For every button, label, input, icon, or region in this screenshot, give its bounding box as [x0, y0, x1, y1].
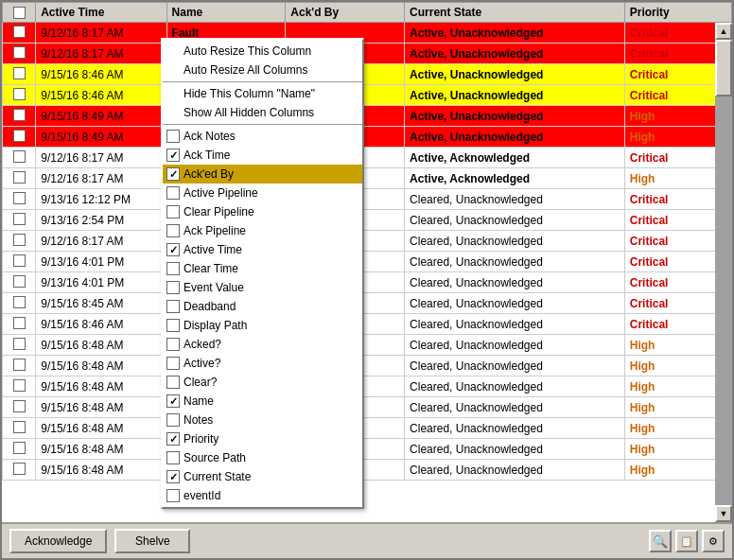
table-row[interactable]: 9/15/16 8:48 AM Low Alarm 2 Cleared, Una… [3, 460, 732, 481]
row-checkbox[interactable] [3, 252, 36, 272]
menu-item[interactable]: Active Pipeline [163, 184, 362, 202]
menu-item[interactable]: Clear? [163, 373, 362, 392]
row-current-state: Active, Acknowledged [405, 148, 625, 168]
row-active-time: 9/15/16 8:48 AM [36, 397, 166, 418]
row-checkbox[interactable] [3, 85, 36, 106]
menu-item[interactable]: Auto Resize All Columns [163, 61, 362, 79]
row-checkbox[interactable] [3, 231, 36, 252]
row-current-state: Cleared, Unacknowledged [405, 314, 625, 335]
row-checkbox[interactable] [3, 106, 36, 127]
menu-item[interactable]: Clear Time [163, 259, 362, 278]
table-row[interactable]: 9/15/16 8:48 AM Low Alarm 2 Cleared, Una… [3, 356, 732, 376]
menu-item[interactable]: Priority [163, 429, 362, 448]
table-row[interactable]: 9/15/16 8:49 AM Low Alarm 2 Active, Unac… [3, 106, 732, 127]
row-active-time: 9/12/16 8:17 AM [36, 23, 166, 44]
table-row[interactable]: 9/15/16 8:48 AM Low Alarm 1 Cleared, Una… [3, 439, 732, 460]
menu-item[interactable]: Show All Hidden Columns [163, 103, 362, 122]
col-checkbox[interactable] [3, 3, 36, 23]
row-active-time: 9/15/16 8:48 AM [36, 418, 166, 439]
export-icon-button[interactable]: 📋 [675, 530, 698, 552]
menu-item-label: Auto Resize This Column [184, 44, 311, 58]
row-checkbox[interactable] [3, 335, 36, 356]
table-row[interactable]: 9/15/16 8:48 AM Low Alarm 2 Cleared, Una… [3, 335, 732, 356]
row-active-time: 9/13/16 4:01 PM [36, 252, 166, 272]
row-checkbox[interactable] [3, 314, 36, 335]
scroll-thumb[interactable] [715, 40, 732, 96]
scroll-down-arrow[interactable]: ▼ [715, 505, 732, 522]
menu-item[interactable]: Ack Notes [163, 127, 362, 146]
table-row[interactable]: 9/13/16 4:01 PM High Alarm Cleared, Unac… [3, 272, 732, 293]
menu-item[interactable]: Display Path [163, 316, 362, 335]
col-name[interactable]: Name [166, 3, 286, 23]
table-row[interactable]: 9/15/16 8:46 AM High Alarm Active, Unack… [3, 64, 732, 85]
menu-item[interactable]: Source Path [163, 448, 362, 467]
row-checkbox[interactable] [3, 44, 36, 64]
menu-item[interactable]: Ack Time [163, 146, 362, 165]
scroll-track[interactable] [715, 40, 732, 505]
table-row[interactable]: 9/12/16 8:17 AM Low Alarm Cleared, Unack… [3, 231, 732, 252]
search-icon-button[interactable]: 🔍 [649, 530, 672, 552]
table-row[interactable]: 9/15/16 8:48 AM Low Alarm 1 Cleared, Una… [3, 418, 732, 439]
table-row[interactable]: 9/15/16 8:46 AM High Alarm Active, Unack… [3, 85, 732, 106]
col-priority[interactable]: Priority [624, 3, 731, 23]
shelve-button[interactable]: Shelve [114, 529, 190, 553]
menu-item[interactable]: Notes [163, 411, 362, 429]
menu-item-checkbox [166, 186, 180, 200]
menu-item-label: Clear Pipeline [184, 205, 254, 219]
row-checkbox[interactable] [3, 272, 36, 293]
settings-icon-button[interactable]: ⚙ [702, 530, 725, 552]
row-checkbox[interactable] [3, 148, 36, 168]
col-ackd-by[interactable]: Ack'd By [286, 3, 405, 23]
acknowledge-button[interactable]: Acknowledge [9, 529, 107, 553]
row-checkbox[interactable] [3, 189, 36, 210]
table-row[interactable]: 9/15/16 8:49 AM Low Alarm 1 Active, Unac… [3, 127, 732, 148]
table-row[interactable]: 9/12/16 8:17 AM High Alarm Active, Ackno… [3, 148, 732, 168]
menu-item[interactable]: Auto Resize This Column [163, 42, 362, 61]
menu-item[interactable]: Clear Pipeline [163, 202, 362, 221]
menu-item[interactable]: Ack Pipeline [163, 221, 362, 240]
col-current-state[interactable]: Current State [405, 3, 625, 23]
row-checkbox[interactable] [3, 127, 36, 148]
menu-item[interactable]: Acked? [163, 335, 362, 354]
menu-item[interactable]: Name [163, 392, 362, 411]
col-active-time[interactable]: Active Time [36, 3, 166, 23]
table-row[interactable]: 9/12/16 8:17 AM Alarm Active, Acknowledg… [3, 168, 732, 189]
context-menu[interactable]: Auto Resize This ColumnAuto Resize All C… [161, 38, 364, 509]
menu-item[interactable]: Hide This Column "Name" [163, 84, 362, 103]
row-current-state: Cleared, Unacknowledged [405, 272, 625, 293]
table-row[interactable]: 9/12/16 8:17 AM Fault Active, Unacknowle… [3, 23, 732, 44]
table-row[interactable]: 9/12/16 8:17 AM Alarm Active, Unacknowle… [3, 44, 732, 64]
table-row[interactable]: 9/15/16 8:45 AM High Alarm Cleared, Unac… [3, 293, 732, 314]
vertical-scrollbar[interactable]: ▲ ▼ [715, 23, 732, 522]
row-checkbox[interactable] [3, 356, 36, 376]
table-row[interactable]: 9/13/16 2:54 PM High Alarm Cleared, Unac… [3, 210, 732, 231]
row-checkbox[interactable] [3, 293, 36, 314]
menu-item[interactable]: eventId [163, 486, 362, 505]
table-row[interactable]: 9/15/16 8:46 AM High Alarm Cleared, Unac… [3, 314, 732, 335]
row-active-time: 9/12/16 8:17 AM [36, 231, 166, 252]
table-row[interactable]: 9/13/16 4:01 PM High Alarm Cleared, Unac… [3, 252, 732, 272]
table-row[interactable]: 9/13/16 12:12 PM High Alarm Cleared, Una… [3, 189, 732, 210]
scroll-up-arrow[interactable]: ▲ [715, 23, 732, 40]
row-checkbox[interactable] [3, 210, 36, 231]
row-checkbox[interactable] [3, 376, 36, 397]
menu-item[interactable]: Event Value [163, 278, 362, 297]
menu-item-checkbox [166, 357, 180, 370]
table-row[interactable]: 9/15/16 8:48 AM Low Alarm 2 Cleared, Una… [3, 397, 732, 418]
row-checkbox[interactable] [3, 439, 36, 460]
table-row[interactable]: 9/15/16 8:48 AM Low Alarm 1 Cleared, Una… [3, 376, 732, 397]
menu-item[interactable]: Current State [163, 467, 362, 486]
row-checkbox[interactable] [3, 460, 36, 481]
row-checkbox[interactable] [3, 168, 36, 189]
row-checkbox[interactable] [3, 64, 36, 85]
menu-item[interactable]: Active Time [163, 240, 362, 259]
row-active-time: 9/13/16 12:12 PM [36, 189, 166, 210]
row-checkbox[interactable] [3, 397, 36, 418]
row-checkbox[interactable] [3, 23, 36, 44]
row-current-state: Cleared, Unacknowledged [405, 293, 625, 314]
menu-item[interactable]: Ack'ed By [163, 165, 362, 184]
row-checkbox[interactable] [3, 418, 36, 439]
menu-item[interactable]: Deadband [163, 297, 362, 316]
main-window: Active Time Name Ack'd By Current State … [0, 0, 734, 560]
menu-item[interactable]: Active? [163, 354, 362, 373]
